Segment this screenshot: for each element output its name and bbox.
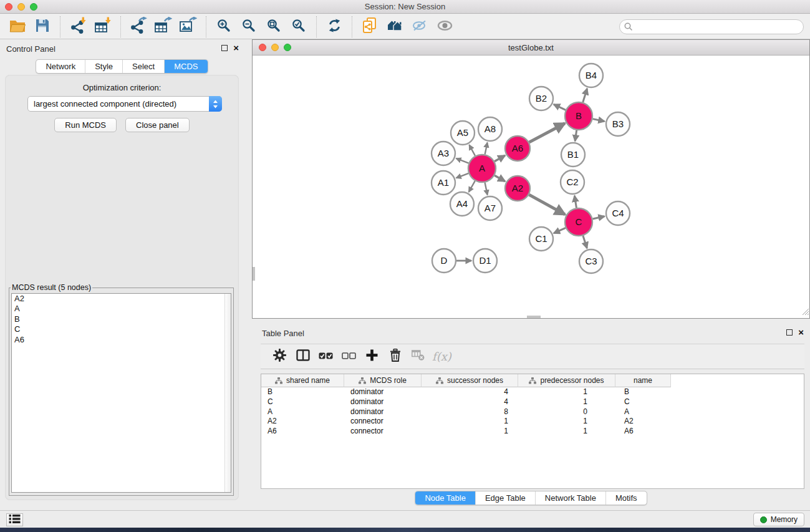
edge-C-C2[interactable] <box>574 196 576 208</box>
column-header-predecessor-nodes[interactable]: predecessor nodes <box>518 374 615 387</box>
zoom-selected-button[interactable] <box>286 16 311 38</box>
network-window-titlebar[interactable]: testGlobe.txt <box>253 40 809 56</box>
refresh-view-button[interactable] <box>322 16 347 38</box>
delete-columns-button[interactable] <box>383 346 407 367</box>
create-column-button[interactable] <box>360 346 383 367</box>
task-history-button[interactable] <box>6 513 23 526</box>
edge-B-B3[interactable] <box>593 119 605 122</box>
node-A8[interactable]: A8 <box>478 117 502 141</box>
table-row[interactable]: Bdominator41B <box>261 387 804 397</box>
criterion-dropdown[interactable]: largest connected component (directed) <box>27 96 222 112</box>
node-A5[interactable]: A5 <box>451 121 475 145</box>
column-header-successor-nodes[interactable]: successor nodes <box>422 374 518 387</box>
node-B2[interactable]: B2 <box>529 87 553 110</box>
run-mcds-button[interactable]: Run MCDS <box>54 118 117 132</box>
edge-A-A1[interactable] <box>456 173 469 178</box>
delete-table-button[interactable] <box>407 346 430 367</box>
node-B3[interactable]: B3 <box>606 112 630 136</box>
column-header-mcds-role[interactable]: MCDS role <box>344 374 422 387</box>
node-A[interactable]: A <box>468 155 496 182</box>
function-builder-button[interactable]: f(x) <box>430 346 451 367</box>
result-list-scrollbar[interactable] <box>224 294 231 492</box>
import-table-button[interactable] <box>90 16 115 38</box>
node-C2[interactable]: C2 <box>561 170 584 194</box>
edge-A6-B[interactable] <box>529 123 565 142</box>
edge-A-A8[interactable] <box>485 143 488 155</box>
column-header-name[interactable]: name <box>615 374 671 387</box>
tab-select[interactable]: Select <box>123 60 165 73</box>
table-mode-button[interactable] <box>268 346 291 367</box>
tab-edge-table[interactable]: Edge Table <box>476 491 536 505</box>
search-input[interactable] <box>619 19 804 34</box>
table-row[interactable]: A6connector11A6 <box>261 427 804 437</box>
select-all-button[interactable] <box>314 346 337 367</box>
edge-C-C4[interactable] <box>592 216 604 219</box>
node-A4[interactable]: A4 <box>450 192 474 216</box>
node-D1[interactable]: D1 <box>473 249 497 273</box>
node-B1[interactable]: B1 <box>561 143 585 167</box>
edge-B-B4[interactable] <box>583 89 587 102</box>
network-graph[interactable]: B4B2BB3A5A8A6B1A3AC2A1A2A4A7C4CC1C3DD1 <box>253 56 809 318</box>
edge-A-A7[interactable] <box>485 183 488 195</box>
close-panel-icon[interactable]: × <box>233 45 239 51</box>
table-row[interactable]: Cdominator41C <box>261 397 804 407</box>
zoom-fit-button[interactable] <box>261 16 286 38</box>
tab-style[interactable]: Style <box>85 60 123 73</box>
export-image-button[interactable] <box>176 16 201 38</box>
edge-A-A2[interactable] <box>494 175 505 181</box>
edge-A-A4[interactable] <box>469 181 475 192</box>
export-table-button[interactable] <box>151 16 176 38</box>
neighbors-button[interactable] <box>382 16 407 38</box>
visibility-toggle-button[interactable] <box>432 16 457 38</box>
canvas-scroll-mark-horizontal[interactable] <box>527 316 541 318</box>
node-D[interactable]: D <box>432 249 456 273</box>
column-header-shared-name[interactable]: shared name <box>261 374 344 387</box>
edge-C-C1[interactable] <box>554 228 566 233</box>
tab-network-table[interactable]: Network Table <box>536 491 606 505</box>
annotation-toggle-button[interactable] <box>407 16 432 38</box>
mcds-result-list[interactable]: A2ABCA6 <box>11 293 231 493</box>
mcds-result-item[interactable]: B <box>12 314 231 324</box>
resize-grip-icon[interactable] <box>801 306 809 317</box>
node-A1[interactable]: A1 <box>432 171 455 195</box>
edge-A2-C[interactable] <box>529 195 565 215</box>
edge-B-B2[interactable] <box>554 104 566 110</box>
open-session-button[interactable] <box>5 16 30 38</box>
close-panel-button[interactable]: Close panel <box>125 118 190 132</box>
edge-A-A3[interactable] <box>456 158 469 163</box>
save-session-button[interactable] <box>30 16 55 38</box>
zoom-in-button[interactable] <box>211 16 236 38</box>
mcds-result-item[interactable]: A2 <box>12 294 231 304</box>
edge-A-A6[interactable] <box>494 155 505 161</box>
tab-motifs[interactable]: Motifs <box>606 491 647 505</box>
mcds-result-item[interactable]: A6 <box>12 335 231 345</box>
node-A2[interactable]: A2 <box>505 176 530 201</box>
close-table-panel-icon[interactable]: × <box>798 329 804 336</box>
deselect-all-button[interactable] <box>337 346 360 367</box>
table-row[interactable]: Adominator80A <box>261 407 804 417</box>
node-C4[interactable]: C4 <box>606 201 630 225</box>
float-panel-icon[interactable] <box>221 45 228 51</box>
table-row[interactable]: A2connector11A2 <box>261 417 804 427</box>
network-from-file-button[interactable] <box>357 16 382 38</box>
node-C1[interactable]: C1 <box>529 227 553 251</box>
show-columns-button[interactable] <box>291 346 314 367</box>
edge-C-C3[interactable] <box>583 236 587 248</box>
edge-A-A5[interactable] <box>470 145 476 155</box>
node-C3[interactable]: C3 <box>579 249 603 273</box>
node-C[interactable]: C <box>565 208 592 236</box>
tab-network[interactable]: Network <box>36 60 85 73</box>
mcds-result-item[interactable]: A <box>12 304 231 314</box>
export-network-button[interactable] <box>126 16 151 38</box>
memory-button[interactable]: Memory <box>753 513 804 526</box>
network-canvas[interactable]: B4B2BB3A5A8A6B1A3AC2A1A2A4A7C4CC1C3DD1 <box>253 56 809 318</box>
tab-node-table[interactable]: Node Table <box>415 491 476 505</box>
node-A3[interactable]: A3 <box>432 142 455 165</box>
mcds-result-item[interactable]: C <box>12 324 231 334</box>
node-B4[interactable]: B4 <box>579 64 603 87</box>
import-network-button[interactable] <box>65 16 90 38</box>
node-A6[interactable]: A6 <box>505 136 530 161</box>
zoom-out-button[interactable] <box>236 16 261 38</box>
node-B[interactable]: B <box>565 102 592 130</box>
edge-B-B1[interactable] <box>575 130 577 141</box>
